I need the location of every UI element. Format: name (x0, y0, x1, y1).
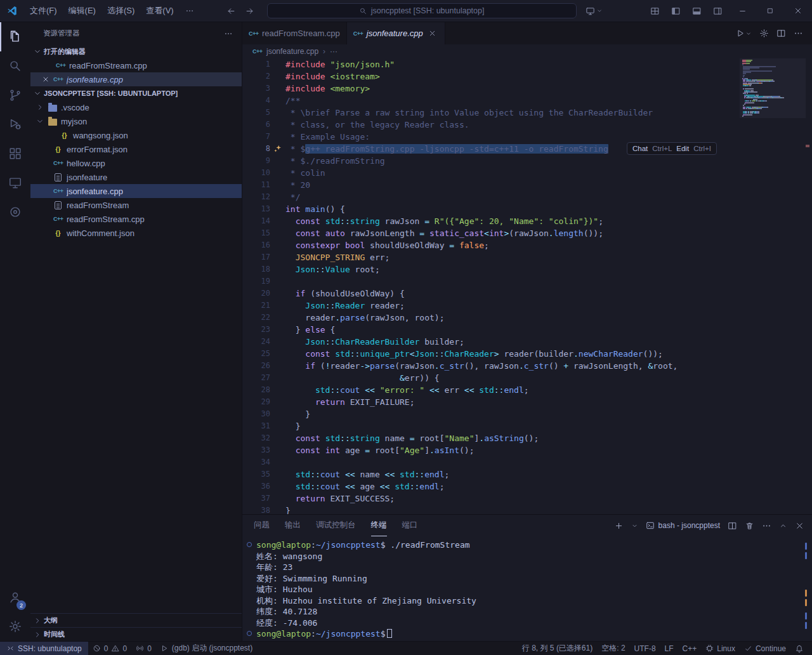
activity-extensions-icon[interactable] (0, 139, 30, 168)
menu-item-1[interactable]: 编辑(E) (63, 3, 102, 19)
minimize-button[interactable] (728, 0, 756, 22)
toggle-sidebar-icon[interactable] (665, 0, 686, 22)
code-line-23[interactable]: 23 } else { (242, 324, 803, 336)
problems-indicator[interactable]: 0 0 (88, 642, 131, 655)
split-terminal-icon[interactable] (728, 521, 737, 531)
tree-item--vscode[interactable]: .vscode (30, 100, 242, 114)
code-line-20[interactable]: 20 if (shouldUseOldWay) { (242, 288, 803, 300)
split-editor-icon[interactable] (776, 29, 786, 38)
code-line-13[interactable]: 13int main() { (242, 203, 803, 215)
line-number[interactable]: 13 (242, 203, 270, 215)
status-encoding[interactable]: UTF-8 (630, 642, 660, 655)
command-center-search[interactable]: jsoncpptest [SSH: ubuntulaptop] (267, 3, 577, 18)
maximize-panel-icon[interactable] (779, 522, 787, 530)
code-line-35[interactable]: 35 std::cout << name << std::endl; (242, 468, 803, 480)
line-number[interactable]: 28 (242, 384, 270, 396)
tree-item-wangsong-json[interactable]: {}wangsong.json (30, 128, 242, 142)
line-number[interactable]: 1 (242, 58, 270, 70)
code-line-5[interactable]: 5 * \brief Parse a raw string into Value… (242, 107, 803, 119)
notifications-bell[interactable] (790, 642, 808, 655)
tree-item-readFromStream-cpp[interactable]: C++readFromStream.cpp (30, 212, 242, 226)
tree-item-jsonfeature-cpp[interactable]: C++jsonfeature.cpp (30, 184, 242, 198)
line-number[interactable]: 4 (242, 95, 270, 107)
tree-item-myjson[interactable]: myjson (30, 114, 242, 128)
configure-gear-icon[interactable] (759, 29, 769, 38)
code-line-22[interactable]: 22 reader.parse(rawJson, root); (242, 312, 803, 324)
close-panel-icon[interactable] (795, 521, 804, 531)
code-line-7[interactable]: 7 * Example Usage: (242, 131, 803, 143)
code-line-37[interactable]: 37 return EXIT_SUCCESS; (242, 493, 803, 505)
line-number[interactable]: 3 (242, 83, 270, 95)
code-line-24[interactable]: 24 Json::CharReaderBuilder builder; (242, 336, 803, 348)
breadcrumb-file[interactable]: jsonfeature.cpp (266, 47, 318, 56)
code-line-15[interactable]: 15 const auto rawJsonLength = static_cas… (242, 227, 803, 239)
code-line-4[interactable]: 4/** (242, 95, 803, 107)
code-line-33[interactable]: 33 const int age = root["Age"].asInt(); (242, 444, 803, 456)
customize-layout-icon[interactable] (645, 0, 665, 22)
command-decoration-icon[interactable] (247, 631, 252, 636)
line-number[interactable]: 34 (242, 456, 270, 468)
code-line-25[interactable]: 25 const std::unique_ptr<Json::CharReade… (242, 348, 803, 360)
code-line-36[interactable]: 36 std::cout << age << std::endl; (242, 480, 803, 493)
code-line-28[interactable]: 28 std::cout << "error: " << err << std:… (242, 384, 803, 396)
kill-terminal-icon[interactable] (745, 521, 754, 531)
menu-item-3[interactable]: 查看(V) (140, 3, 179, 19)
line-number[interactable]: 32 (242, 432, 270, 444)
panel-tab-终端[interactable]: 终端 (371, 515, 387, 536)
line-number[interactable]: 12 (242, 191, 270, 203)
minimap[interactable] (742, 60, 803, 514)
menu-item-0[interactable]: 文件(F) (24, 3, 63, 19)
open-editor-item[interactable]: C++jsonfeature.cpp (30, 72, 242, 86)
line-number[interactable]: 19 (242, 275, 270, 288)
code-line-38[interactable]: 38} (242, 505, 803, 514)
panel-tab-输出[interactable]: 输出 (285, 515, 301, 536)
code-line-32[interactable]: 32 const std::string name = root["Name"]… (242, 432, 803, 444)
code-line-30[interactable]: 30 } (242, 408, 803, 420)
code-line-9[interactable]: 9 * $./readFromString (242, 155, 803, 167)
settings-gear-icon[interactable] (0, 612, 30, 641)
code-line-8[interactable]: 8 * $g++ readFromString.cpp -ljsoncpp -s… (242, 143, 803, 155)
code-line-2[interactable]: 2#include <iostream> (242, 70, 803, 83)
line-number[interactable]: 22 (242, 312, 270, 324)
profile-indicator[interactable] (586, 6, 603, 16)
debug-launch-indicator[interactable]: (gdb) 启动 (jsoncpptest) (156, 642, 257, 655)
panel-tab-问题[interactable]: 问题 (254, 515, 270, 536)
line-number[interactable]: 30 (242, 408, 270, 420)
activity-remote-explorer-icon[interactable] (0, 168, 30, 197)
code-line-17[interactable]: 17 JSONCPP_STRING err; (242, 251, 803, 263)
tree-item-withComment-json[interactable]: {}withComment.json (30, 226, 242, 240)
code-line-16[interactable]: 16 constexpr bool shouldUseOldWay = fals… (242, 239, 803, 251)
close-icon[interactable] (42, 76, 49, 83)
open-editors-section-header[interactable]: 打开的编辑器 (30, 44, 242, 58)
editor-more-actions-icon[interactable] (794, 29, 803, 38)
code-line-3[interactable]: 3#include <memory> (242, 83, 803, 95)
line-number[interactable]: 27 (242, 372, 270, 384)
forward-button[interactable] (245, 6, 254, 16)
accounts-icon[interactable]: 2 (0, 583, 30, 612)
line-number[interactable]: 21 (242, 300, 270, 312)
line-number[interactable]: 38 (242, 505, 270, 514)
tab-close-icon[interactable] (427, 28, 438, 39)
code-line-29[interactable]: 29 return EXIT_FAILURE; (242, 396, 803, 408)
code-line-6[interactable]: 6 * class, or the legacy Reader class. (242, 119, 803, 131)
line-number[interactable]: 5 (242, 107, 270, 119)
back-button[interactable] (226, 6, 236, 16)
terminal[interactable]: song@laptop:~/jsoncpptest$ ./readFromStr… (242, 536, 812, 641)
code-line-18[interactable]: 18 Json::Value root; (242, 263, 803, 275)
terminal-profile-chevron-icon[interactable] (631, 522, 638, 529)
line-number[interactable]: 6 (242, 119, 270, 131)
breadcrumb[interactable]: C++ jsonfeature.cpp › ··· (242, 44, 812, 58)
tree-item-readFromStream[interactable]: readFromStream (30, 198, 242, 212)
menu-item-2[interactable]: 选择(S) (102, 3, 140, 19)
remote-indicator[interactable]: SSH: ubuntulaptop (0, 642, 88, 655)
line-number[interactable]: 9 (242, 155, 270, 167)
code-line-27[interactable]: 27 &err)) { (242, 372, 803, 384)
tree-item-hellow-cpp[interactable]: C++hellow.cpp (30, 156, 242, 170)
line-number[interactable]: 15 (242, 227, 270, 239)
run-button[interactable] (736, 29, 752, 38)
sidebar-section-0[interactable]: 大纲 (30, 613, 242, 627)
line-number[interactable]: 16 (242, 239, 270, 251)
line-number[interactable]: 33 (242, 444, 270, 456)
status-cpp-configuration[interactable]: Linux (701, 642, 740, 655)
editor-tab[interactable]: C++jsonfeature.cpp (347, 22, 445, 44)
